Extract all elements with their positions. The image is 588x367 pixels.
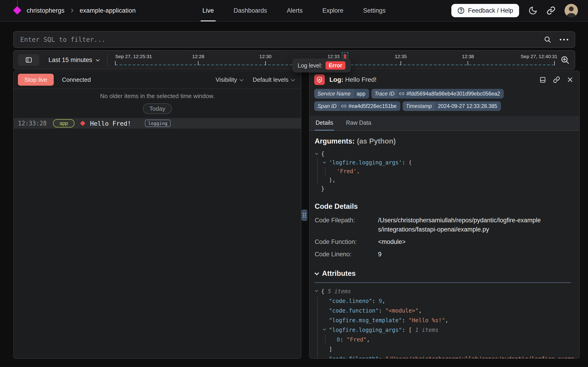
timeline-tick-mark [401,61,401,65]
detail-panel-header: Log: Hello Fred! [310,71,579,88]
timestamp-value: 2024-09-27 12:33:28.385 [435,103,501,109]
arguments-code-block: {'logfire.logging_args': ('Fred',),} [315,150,574,193]
more-options-icon[interactable] [560,39,568,41]
avatar-image [564,4,578,17]
code-line: "logfire.msg_template": "Hello %s!", [315,316,574,325]
timeline-tick-label: Sep 27, 12:40:31 [521,54,557,59]
logfire-logo[interactable] [13,6,22,15]
empty-window-message: No older items in the selected time wind… [14,92,301,100]
nav-tab-alerts[interactable]: Alerts [285,0,304,21]
attributes-divider [315,282,571,283]
code-tokens: "code.lineno": 9, [329,296,385,306]
collapse-chevron-icon[interactable] [323,327,326,331]
code-tokens: 'Fred', [337,167,360,176]
chevron-slot [330,335,337,344]
breadcrumb-project[interactable]: example-application [80,7,136,14]
detail-tabs: Details Raw Data [310,116,579,131]
code-line: "code.lineno": 9, [315,296,574,306]
attributes-code-block: { 5 items"code.lineno": 9,"code.function… [315,287,574,359]
panel-left-icon [25,56,32,64]
chevron-down-icon [240,77,243,81]
zoom-in-icon [560,55,570,65]
chevron-slot [323,344,329,354]
code-line: { 5 items [315,287,574,296]
collapse-chevron-icon[interactable] [323,160,326,164]
collapse-chevron-icon[interactable] [315,289,318,292]
nav-tab-explore[interactable]: Explore [321,0,346,21]
trace-id-chip[interactable]: Trace ID #fdd5694a8fa98eb4e301d99ebc056e… [371,89,504,99]
feedback-help-label: Feedback / Help [468,7,513,14]
code-tokens: ] [329,344,332,354]
chevron-right-icon [70,8,75,13]
copy-link-button[interactable] [553,76,560,83]
code-function-row: Code Function: <module> [315,237,574,246]
nav-tab-dashboards[interactable]: Dashboards [232,0,269,21]
log-level-tooltip: Log level: Error [292,58,351,72]
chevron-slot [330,167,337,176]
indent-guide [315,335,323,344]
theme-toggle-button[interactable] [528,6,538,15]
span-id-value: #ea4d5f226ec151be [348,103,397,109]
indent-guide [315,306,323,316]
share-link-button[interactable] [547,6,555,15]
code-line: } [315,184,574,193]
span-id-chip[interactable]: Span ID #ea4d5f226ec151be [314,101,400,111]
tab-raw-data[interactable]: Raw Data [345,116,372,130]
sql-filter-input[interactable]: Enter SQL to filter... [20,36,544,43]
search-icon[interactable] [544,36,552,43]
collapse-chevron-icon[interactable] [315,152,318,155]
service-badge[interactable]: app [53,119,75,127]
arguments-heading-text: Arguments: [315,137,355,145]
arguments-heading: Arguments:(as Python) [315,137,574,145]
code-tokens: { 5 items [321,287,351,296]
default-levels-dropdown[interactable]: Default levels [253,76,294,83]
code-line: 'logfire.logging_args': ( [315,158,574,167]
visibility-label: Visibility [215,76,237,83]
code-function-value: <module> [378,237,545,246]
question-circle-icon [457,7,465,14]
chip-label: Timestamp [403,101,435,111]
dock-panel-button[interactable] [539,76,546,83]
trace-id-value: #fdd5694a8fa98eb4e301d99ebc056ea2 [406,91,500,97]
user-avatar[interactable] [564,4,578,17]
code-lineno-row: Code Lineno: 9 [315,250,574,259]
close-panel-button[interactable] [567,76,573,83]
visibility-dropdown[interactable]: Visibility [215,76,242,83]
collapse-chevron-icon[interactable] [315,271,319,275]
nav-tab-live[interactable]: Live [200,0,216,21]
zoom-in-button[interactable] [560,55,570,65]
nav-tab-settings[interactable]: Settings [361,0,388,21]
chevron-slot [323,306,329,316]
code-tokens: { [321,150,324,158]
code-details-heading: Code Details [315,202,574,211]
code-tokens: ), [329,176,336,184]
moon-icon [528,6,538,15]
today-button[interactable]: Today [143,103,172,114]
code-line: "logfire.logging_args": [ 1 items [315,325,574,335]
close-icon [567,76,573,83]
tab-details[interactable]: Details [315,116,334,130]
log-row-selected[interactable]: 12:33:28 app Hello Fred! logging [14,118,301,129]
top-nav-bar: christophergs example-application Live D… [0,0,588,22]
connection-status: Connected [62,76,91,83]
panel-resize-handle[interactable] [301,209,307,221]
chevron-down-icon [96,58,100,62]
timestamp-chip[interactable]: Timestamp 2024-09-27 12:33:28.385 [403,101,501,111]
code-line: ), [315,176,574,184]
indent-guide [323,335,330,344]
chip-label: Span ID [314,101,340,111]
code-line: { [315,150,574,158]
sidebar-toggle-button[interactable] [18,54,39,66]
feedback-help-button[interactable]: Feedback / Help [451,4,519,17]
service-name-chip[interactable]: Service Name app [314,89,369,99]
time-range-dropdown[interactable]: Last 15 minutes [49,57,99,64]
breadcrumb-org[interactable]: christophergs [27,7,65,14]
indent-guide [315,167,323,176]
indent-guide [315,316,323,325]
logo-string [17,0,18,7]
chevron-slot [323,325,329,335]
stop-live-button[interactable]: Stop live [18,74,54,86]
logging-tag-badge[interactable]: logging [145,120,171,127]
chip-value: app [354,91,369,97]
panel-bottom-icon [539,76,546,83]
